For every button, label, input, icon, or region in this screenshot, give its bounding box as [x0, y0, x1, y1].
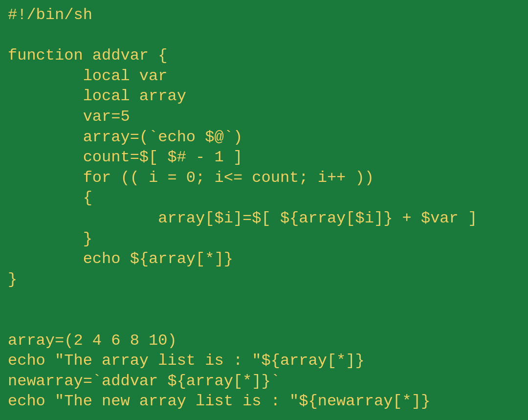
- local-array-line: local array: [8, 87, 186, 105]
- func-start-line: function addvar {: [8, 46, 167, 65]
- var-assign-line: var=5: [8, 108, 130, 126]
- echo-array-line: echo ${array[*]}: [8, 250, 233, 268]
- shebang-line: #!/bin/sh: [8, 6, 92, 24]
- newarray-assign-line: newarray=`addvar ${array[*]}`: [8, 372, 280, 390]
- echo-new-list-line: echo "The new array list is : "${newarra…: [8, 392, 430, 410]
- close-brace-inner-line: }: [8, 230, 92, 248]
- echo-list-line: echo "The array list is : "${array[*]}: [8, 352, 365, 370]
- for-loop-line: for (( i = 0; i<= count; i++ )): [8, 169, 374, 187]
- local-var-line: local var: [8, 67, 167, 85]
- count-assign-line: count=$[ $# - 1 ]: [8, 148, 242, 166]
- array-op-line: array[$i]=$[ ${array[$i]} + $var ]: [8, 209, 477, 227]
- array-assign-line: array=(`echo $@`): [8, 128, 242, 146]
- array-init-line: array=(2 4 6 8 10): [8, 332, 177, 350]
- open-brace-line: {: [8, 189, 92, 207]
- close-brace-outer-line: }: [8, 270, 17, 288]
- code-block: #!/bin/sh function addvar { local var lo…: [8, 5, 520, 420]
